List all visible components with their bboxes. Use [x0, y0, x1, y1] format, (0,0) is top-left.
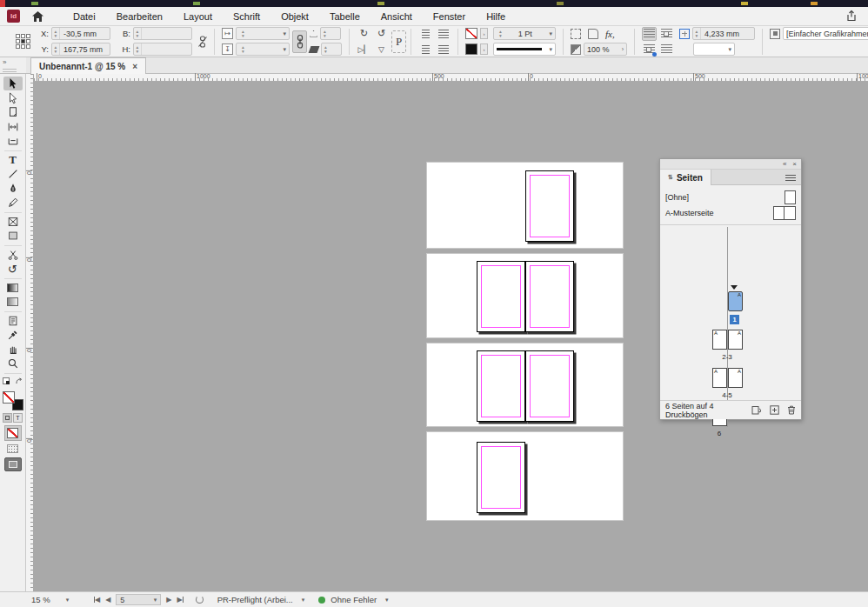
zoom-tool[interactable] — [3, 357, 23, 370]
document-page[interactable] — [525, 261, 574, 332]
rectangle-frame-tool[interactable] — [3, 215, 23, 229]
next-page-button[interactable]: ▶ — [166, 596, 171, 604]
wrap-none-icon[interactable] — [642, 27, 657, 41]
menu-schrift[interactable]: Schrift — [223, 9, 270, 24]
page-number-badge[interactable]: 1 — [730, 315, 739, 324]
menu-ansicht[interactable]: Ansicht — [371, 9, 423, 24]
wrap-object-shape-icon[interactable] — [642, 43, 657, 57]
distribute-icon[interactable] — [436, 43, 451, 57]
spread[interactable] — [426, 162, 624, 249]
panel-menu-icon[interactable] — [785, 175, 796, 181]
master-none-row[interactable]: [Ohne] — [665, 190, 796, 205]
close-document-icon[interactable]: × — [132, 62, 137, 71]
stroke-color-none-swatch[interactable] — [465, 28, 477, 39]
home-icon[interactable] — [32, 11, 43, 22]
page-thumbnail[interactable]: A — [712, 330, 727, 350]
stroke-weight-select[interactable]: ▴▾ 1 Pt▾ — [493, 27, 556, 40]
swap-fill-stroke-icon[interactable] — [15, 377, 23, 385]
fill-color-swatch[interactable] — [465, 43, 477, 55]
scale-x-select[interactable]: ▴▾▾ — [236, 27, 290, 40]
fill-none-swatch[interactable] — [3, 391, 15, 404]
tools-grip[interactable] — [3, 69, 17, 72]
spread-label[interactable]: 4-5 — [710, 391, 744, 399]
menu-objekt[interactable]: Objekt — [270, 9, 319, 24]
screen-mode-button[interactable] — [4, 457, 22, 471]
shear-angle-field[interactable]: ▴▾ — [321, 43, 342, 56]
page-tool[interactable] — [3, 105, 23, 119]
selection-tool[interactable] — [3, 77, 23, 90]
wrap-jump-icon[interactable] — [659, 43, 674, 57]
document-tab[interactable]: Unbenannt-1 @ 15 % × — [30, 57, 146, 74]
menu-fenster[interactable]: Fenster — [423, 9, 476, 24]
stroke-type-select[interactable]: ▾ — [493, 43, 556, 56]
fx-effects-button[interactable]: fx, — [605, 29, 615, 39]
document-page[interactable] — [525, 170, 574, 242]
menu-tabelle[interactable]: Tabelle — [319, 9, 371, 24]
horizontal-ruler[interactable]: 0100050005001000 — [34, 74, 868, 82]
document-page[interactable] — [525, 350, 574, 422]
hand-tool[interactable] — [3, 343, 23, 357]
rotate-90-cw-icon[interactable]: ↻ — [357, 27, 371, 41]
menu-layout[interactable]: Layout — [173, 9, 223, 24]
previous-page-button[interactable]: ◀ — [105, 596, 110, 604]
align-center-icon[interactable] — [436, 27, 451, 41]
new-page-icon[interactable] — [770, 405, 779, 415]
vertical-ruler[interactable]: 0000 — [26, 74, 34, 591]
last-page-button[interactable]: ▶ — [177, 596, 183, 604]
corner-options-icon[interactable] — [571, 29, 581, 39]
fill-color-menu-icon[interactable]: › — [480, 43, 488, 55]
flip-horizontal-icon[interactable]: ▷▏ — [357, 43, 371, 57]
panel-close-icon[interactable]: × — [792, 160, 797, 168]
spread-label[interactable]: 2-3 — [710, 353, 744, 361]
page-thumbnail[interactable]: A — [712, 368, 727, 388]
menu-bearbeiten[interactable]: Bearbeiten — [106, 9, 173, 24]
corner-shape-icon[interactable] — [588, 29, 598, 39]
spread[interactable] — [426, 253, 624, 338]
width-field[interactable]: ▴▾ — [133, 27, 192, 40]
first-page-button[interactable]: ◀ — [94, 596, 100, 604]
page-number-field[interactable]: 5▾ — [116, 594, 161, 605]
height-field[interactable]: ▴▾ — [133, 43, 192, 56]
direct-selection-tool[interactable] — [3, 91, 23, 105]
reference-point-proxy[interactable] — [16, 34, 30, 49]
document-page[interactable] — [477, 350, 525, 422]
apply-none-button[interactable] — [4, 425, 22, 441]
fill-stroke-indicator[interactable] — [3, 388, 23, 410]
page-thumbnail[interactable]: A — [728, 330, 743, 350]
share-icon[interactable] — [845, 10, 858, 23]
content-collector-tool[interactable] — [3, 134, 23, 148]
wrap-offset-field[interactable]: ▴▾4,233 mm — [692, 27, 755, 40]
scale-y-select[interactable]: ▴▾▾ — [236, 43, 290, 56]
opacity-field[interactable]: 100 %› — [584, 43, 627, 56]
wrap-bounding-box-icon[interactable] — [659, 27, 674, 41]
wrap-to-select[interactable]: ▾ — [693, 43, 735, 56]
pen-tool[interactable] — [3, 182, 23, 196]
preflight-profile-label[interactable]: PR-Preflight (Arbei... — [217, 595, 293, 604]
document-page[interactable] — [477, 442, 525, 513]
line-tool[interactable] — [3, 167, 23, 181]
edit-page-size-icon[interactable] — [751, 405, 762, 415]
pages-panel-tab[interactable]: ⇅ Seiten — [660, 170, 711, 185]
content-grabber-button[interactable]: P — [391, 30, 406, 53]
collapse-tools-icon[interactable]: » — [3, 58, 6, 66]
master-a-row[interactable]: A-Musterseite — [665, 205, 796, 221]
eyedropper-tool[interactable] — [3, 328, 23, 342]
align-bottom-icon[interactable] — [418, 43, 433, 57]
preflight-status-dropdown-icon[interactable]: ▾ — [385, 597, 389, 604]
constrain-proportions-broken-icon[interactable] — [195, 35, 210, 49]
preflight-status-text[interactable]: Ohne Fehler — [331, 595, 377, 604]
pencil-tool[interactable] — [3, 196, 23, 210]
zoom-level-value[interactable]: 15 % — [31, 595, 50, 604]
rotation-angle-field[interactable]: ▴▾ — [320, 27, 341, 40]
rotate-90-ccw-icon[interactable]: ↺ — [374, 27, 389, 41]
spread[interactable] — [426, 343, 624, 427]
y-field[interactable]: ▴▾167,75 mm — [51, 43, 110, 56]
zoom-dropdown-icon[interactable]: ▾ — [66, 597, 70, 604]
page-thumbnail[interactable]: A — [728, 291, 743, 311]
rectangle-tool[interactable] — [3, 229, 23, 243]
delete-page-trash-icon[interactable] — [787, 405, 796, 415]
object-style-select[interactable]: [Einfacher Grafikrahmen]▾ — [783, 27, 868, 40]
flip-vertical-icon[interactable]: ▽ — [374, 43, 389, 57]
gradient-swatch-tool[interactable] — [3, 281, 23, 295]
spread[interactable] — [426, 431, 624, 521]
